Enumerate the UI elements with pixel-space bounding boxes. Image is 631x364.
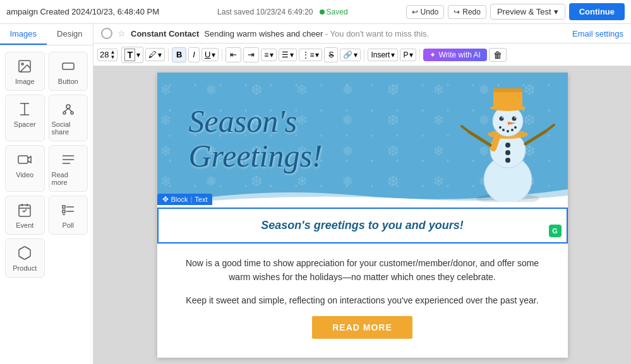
email-header: ☆ Constant Contact Sending warm wishes a… — [93, 24, 631, 44]
align-icon: ≡ — [264, 50, 268, 59]
link-selector[interactable]: 🔗 ▾ — [340, 49, 361, 61]
italic-button[interactable]: I — [188, 47, 200, 62]
indent-increase-button[interactable]: ⇥ — [243, 47, 259, 62]
separator4 — [419, 49, 420, 61]
sidebar-item-read-more[interactable]: Read more — [49, 145, 88, 192]
pen-icon: 🖊 — [148, 50, 157, 59]
font-size-arrows[interactable]: ▲▼ — [110, 50, 115, 60]
top-bar-center: Last saved 10/23/24 6:49:20 Saved — [217, 8, 347, 16]
indent-increase-icon: ⇥ — [248, 50, 255, 59]
sidebar-item-read-more-label: Read more — [52, 171, 85, 186]
undo-button[interactable]: ↩ Undo — [406, 5, 445, 19]
canvas-wrapper: ❄ ❅ ❆ ❄ ❅ ❆ ❄ ❅ ❆ ❄ ❅ ❆ ❄ ❅ ❆ ❄ ❅ ❆ ❄ ❅ … — [93, 66, 631, 364]
button-icon — [59, 57, 77, 75]
sidebar-item-social-share[interactable]: Social share — [49, 95, 88, 141]
sidebar-item-poll-label: Poll — [63, 221, 74, 229]
trash-icon: 🗑 — [493, 50, 502, 60]
sidebar-item-button[interactable]: Button — [49, 52, 88, 91]
svg-point-6 — [66, 105, 70, 109]
email-settings-link[interactable]: Email settings — [572, 29, 623, 38]
svg-point-35 — [499, 126, 502, 129]
list-icon: ☰ — [282, 50, 289, 59]
list-selector[interactable]: ☰ ▾ — [279, 49, 297, 61]
preview-test-button[interactable]: Preview & Test ▾ — [490, 4, 565, 20]
continue-label: Continue — [579, 7, 615, 16]
top-bar-right: ↩ Undo ↪ Redo Preview & Test ▾ Continue — [406, 3, 625, 20]
underline-selector[interactable]: U ▾ — [201, 48, 219, 61]
greeting-heading: Season's greetings to you and yours! — [159, 209, 567, 242]
separator2 — [222, 49, 222, 61]
sidebar-item-poll[interactable]: Poll — [49, 196, 88, 235]
ordered-list-chevron: ▾ — [315, 50, 319, 59]
greeting-text-block[interactable]: Season's greetings to you and yours! G — [157, 208, 568, 244]
svg-point-31 — [499, 117, 503, 121]
social-share-icon — [59, 100, 77, 118]
event-icon — [16, 201, 33, 219]
sidebar-item-button-label: Button — [58, 78, 78, 85]
svg-point-42 — [505, 158, 510, 163]
email-circle-icon — [101, 28, 112, 39]
svg-rect-11 — [18, 156, 28, 163]
svg-point-41 — [505, 150, 510, 155]
redo-button[interactable]: ↪ Redo — [448, 5, 486, 19]
insert-selector[interactable]: Insert ▾ — [368, 49, 398, 61]
paragraph-selector[interactable]: P ▾ — [400, 49, 416, 61]
poll-icon — [59, 201, 77, 219]
body-text-2: Keep it sweet and simple, reflecting on … — [183, 293, 543, 307]
read-more-icon — [59, 151, 77, 168]
tab-design[interactable]: Design — [47, 24, 93, 45]
underline-chevron: ▾ — [212, 50, 215, 59]
sidebar-item-product[interactable]: Product — [5, 238, 45, 278]
font-type-selector[interactable]: T ▾ — [121, 47, 143, 63]
email-canvas: ❄ ❅ ❆ ❄ ❅ ❆ ❄ ❅ ❆ ❄ ❅ ❆ ❄ ❅ ❆ ❄ ❅ ❆ ❄ ❅ … — [157, 73, 568, 358]
snowman-svg — [448, 76, 568, 202]
ai-write-button[interactable]: ✦ Write with AI — [423, 49, 486, 61]
saved-badge: Saved — [320, 8, 348, 16]
strikethrough-button[interactable]: S — [324, 47, 338, 62]
indent-decrease-button[interactable]: ⇤ — [225, 47, 241, 62]
continue-button[interactable]: Continue — [569, 3, 625, 20]
seasons-text-line1: Season's — [189, 104, 448, 139]
delete-button[interactable]: 🗑 — [489, 48, 507, 62]
svg-line-46 — [546, 125, 554, 131]
sidebar-item-social-share-label: Social share — [52, 120, 85, 136]
svg-line-9 — [64, 109, 68, 112]
ai-star-icon: ✦ — [430, 50, 436, 59]
top-bar: ampaign Created 2024/10/23, 6:48:40 PM L… — [0, 0, 631, 24]
body-section: Now is a good time to show appreciation … — [157, 244, 568, 351]
ordered-list-selector[interactable]: ⋮≡ ▾ — [299, 49, 322, 61]
svg-point-37 — [507, 130, 509, 132]
image-icon — [16, 57, 33, 75]
snowman-illustration — [448, 76, 568, 202]
sidebar-item-video[interactable]: Video — [5, 145, 45, 192]
svg-point-34 — [514, 117, 515, 119]
body-text-1: Now is a good time to show appreciation … — [183, 256, 543, 285]
list-chevron: ▾ — [290, 50, 294, 59]
bold-button[interactable]: B — [172, 47, 186, 62]
email-star-icon: ☆ — [117, 28, 126, 38]
campaign-title: ampaign Created 2024/10/23, 6:48:40 PM — [6, 7, 159, 16]
font-size-control[interactable]: 28 ▲▼ — [97, 49, 117, 61]
sidebar-item-image[interactable]: Image — [5, 52, 45, 91]
svg-rect-2 — [63, 63, 74, 69]
font-size-value: 28 — [100, 50, 109, 59]
grammarly-icon[interactable]: G — [549, 225, 562, 237]
svg-point-7 — [63, 112, 66, 114]
svg-point-39 — [514, 126, 517, 129]
chevron-down-icon: ▾ — [554, 7, 558, 16]
align-selector[interactable]: ≡ ▾ — [261, 49, 277, 61]
paragraph-chevron: ▾ — [409, 50, 413, 59]
color-selector[interactable]: 🖊 ▾ — [145, 48, 165, 61]
sidebar-item-product-label: Product — [13, 264, 37, 272]
sidebar-item-image-label: Image — [15, 78, 35, 85]
svg-rect-21 — [63, 210, 65, 213]
link-icon: 🔗 — [343, 50, 352, 59]
hero-content: Season's Greetings! — [157, 76, 568, 202]
sidebar-item-spacer[interactable]: Spacer — [5, 95, 45, 141]
tab-images[interactable]: Images — [0, 24, 47, 45]
sidebar-item-event[interactable]: Event — [5, 196, 45, 235]
seasons-text-line2: Greetings! — [189, 139, 448, 173]
read-more-button[interactable]: READ MORE — [312, 316, 412, 339]
svg-line-43 — [470, 132, 490, 145]
separator3 — [364, 49, 364, 61]
